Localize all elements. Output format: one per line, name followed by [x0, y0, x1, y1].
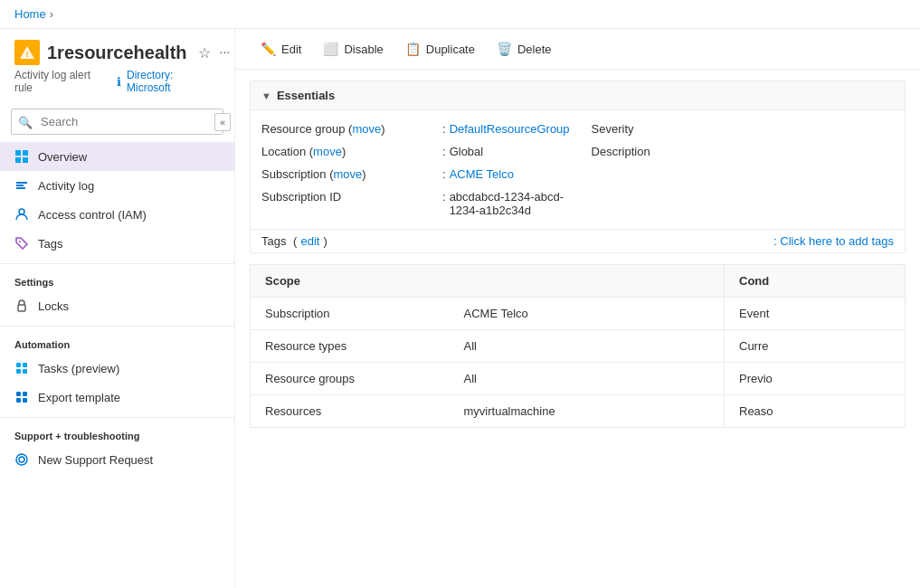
essentials-label-location: Location (move) — [261, 145, 442, 158]
sidebar-item-activity-log[interactable]: Activity log — [0, 171, 234, 200]
essentials-row-location: Location (move) : Global — [261, 140, 570, 163]
search-box: 🔍 « — [11, 109, 223, 135]
breadcrumb-home[interactable]: Home — [14, 7, 46, 21]
svg-rect-19 — [23, 398, 27, 403]
essentials-title: Essentials — [277, 89, 335, 102]
sidebar-item-export[interactable]: Export template — [0, 383, 234, 412]
resource-title-row: ! 1resourcehealth ☆ ··· — [14, 40, 220, 65]
move-link-rg[interactable]: move — [352, 122, 381, 136]
table-row: Resource types All Curre — [251, 330, 906, 363]
subtitle-text: Activity log alert rule — [14, 69, 111, 94]
star-button[interactable]: ☆ — [198, 44, 211, 62]
essentials-value-location: Global — [450, 145, 484, 158]
essentials-value-rg: DefaultResourceGroup — [450, 122, 570, 136]
sidebar-item-label: New Support Request — [38, 453, 153, 467]
essentials-row-severity: Severity — [592, 118, 894, 140]
delete-label: Delete — [517, 43, 552, 56]
divider-settings — [0, 263, 234, 264]
essentials-colon: : — [442, 190, 446, 217]
tags-paren-open: ( — [289, 234, 297, 248]
scope-row-value: myvirtualmachine — [450, 395, 725, 428]
resource-name: 1resourcehealth — [47, 43, 187, 63]
breadcrumb-separator: › — [50, 7, 53, 21]
svg-rect-13 — [23, 363, 27, 367]
alert-rule-icon: ! — [19, 44, 35, 61]
essentials-row-subscription: Subscription (move) : ACME Telco — [261, 163, 570, 185]
cond-col-header: Cond — [725, 265, 906, 298]
essentials-right-col: Severity Description — [581, 114, 905, 225]
table-row: Resources myvirtualmachine Reaso — [251, 395, 906, 428]
edit-button[interactable]: ✏️ Edit — [250, 36, 312, 62]
sidebar-item-label: Locks — [38, 299, 69, 313]
directory-link[interactable]: Directory: Microsoft — [127, 69, 220, 94]
resource-header: ! 1resourcehealth ☆ ··· Activity log ale… — [0, 29, 234, 101]
table-row: Subscription ACME Telco Event — [251, 298, 906, 330]
svg-rect-5 — [23, 157, 28, 163]
svg-rect-11 — [18, 305, 25, 311]
essentials-header[interactable]: ▼ Essentials — [251, 81, 905, 110]
sidebar-item-tags[interactable]: Tags — [0, 229, 234, 258]
support-icon — [14, 452, 29, 467]
svg-rect-6 — [16, 182, 27, 184]
svg-rect-7 — [16, 185, 24, 186]
svg-rect-16 — [16, 392, 21, 396]
cond-row-label: Previo — [725, 363, 906, 395]
svg-rect-8 — [16, 187, 25, 189]
section-label-settings: Settings — [0, 270, 234, 291]
svg-point-10 — [19, 241, 21, 242]
essentials-label-description: Description — [592, 145, 773, 158]
scope-row-label: Resource types — [251, 330, 450, 363]
scope-row-label: Subscription — [251, 298, 450, 330]
move-link-location[interactable]: move — [313, 145, 342, 158]
collapse-button[interactable]: « — [214, 113, 231, 131]
svg-rect-14 — [16, 369, 21, 374]
svg-point-21 — [16, 454, 27, 465]
more-button[interactable]: ··· — [220, 44, 231, 62]
essentials-row-sub-id: Subscription ID : abcdabcd-1234-abcd-123… — [261, 185, 570, 222]
sidebar-item-access-control[interactable]: Access control (IAM) — [0, 200, 234, 229]
sidebar-item-label: Tasks (preview) — [38, 362, 119, 375]
delete-button[interactable]: 🗑️ Delete — [486, 36, 563, 62]
tags-edit-link[interactable]: edit — [300, 234, 319, 248]
resource-icon: ! — [14, 40, 40, 65]
search-icon: 🔍 — [18, 115, 33, 128]
essentials-label-subscription: Subscription (move) — [261, 167, 442, 181]
resource-group-link[interactable]: DefaultResourceGroup — [450, 122, 570, 136]
sidebar-item-support[interactable]: New Support Request — [0, 445, 234, 474]
svg-rect-15 — [23, 369, 27, 374]
disable-button[interactable]: ⬜ Disable — [312, 36, 394, 62]
overview-icon — [14, 149, 29, 164]
essentials-panel: ▼ Essentials Resource group (move) : — [250, 81, 906, 253]
essentials-colon: : — [442, 167, 446, 181]
search-input[interactable] — [11, 109, 223, 135]
essentials-tags-row: Tags ( edit ) : Click here to add tags — [251, 229, 905, 252]
chevron-icon: ▼ — [261, 90, 271, 101]
access-control-icon — [14, 207, 29, 222]
move-link-subscription[interactable]: move — [333, 167, 362, 181]
svg-rect-2 — [15, 150, 21, 156]
delete-icon: 🗑️ — [497, 42, 512, 56]
sidebar-item-label: Access control (IAM) — [38, 208, 147, 222]
duplicate-label: Duplicate — [426, 43, 475, 56]
svg-rect-12 — [16, 363, 21, 367]
duplicate-button[interactable]: 📋 Duplicate — [394, 36, 486, 62]
sidebar-item-label: Export template — [38, 391, 120, 404]
subscription-link[interactable]: ACME Telco — [450, 167, 514, 181]
disable-icon: ⬜ — [323, 42, 338, 56]
essentials-value-sub-id: abcdabcd-1234-abcd-1234-a1b2c34d — [450, 190, 570, 217]
sidebar-item-locks[interactable]: Locks — [0, 291, 234, 320]
cond-row-label: Curre — [725, 330, 906, 363]
sidebar-item-label: Overview — [38, 150, 87, 164]
sidebar-item-overview[interactable]: Overview — [0, 142, 234, 171]
essentials-label-sub-id: Subscription ID — [261, 190, 442, 217]
essentials-left-col: Resource group (move) : DefaultResourceG… — [251, 114, 581, 225]
resource-actions: ☆ ··· — [198, 44, 231, 62]
tags-click-link[interactable]: : Click here to add tags — [773, 234, 894, 248]
svg-rect-18 — [16, 398, 21, 403]
scope-value-header — [450, 265, 725, 298]
cond-row-label: Event — [725, 298, 906, 330]
divider-support — [0, 417, 234, 418]
section-label-support: Support + troubleshooting — [0, 423, 234, 445]
sidebar-item-tasks[interactable]: Tasks (preview) — [0, 354, 234, 383]
edit-label: Edit — [281, 43, 301, 56]
